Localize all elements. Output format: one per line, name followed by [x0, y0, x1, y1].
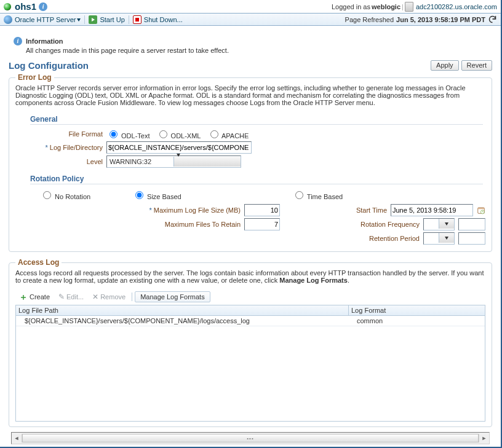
cell-log-format: common: [354, 316, 485, 326]
status-up-icon: [4, 3, 11, 10]
rotation-freq-select[interactable]: [423, 218, 455, 230]
server-menu-icon: [4, 15, 12, 24]
max-retain-label: Maximum Files To Retain: [165, 221, 241, 228]
calendar-icon[interactable]: [477, 206, 485, 214]
edit-button[interactable]: ✎Edit...: [55, 292, 87, 302]
scroll-right-icon[interactable]: ►: [479, 435, 489, 441]
horizontal-scrollbar[interactable]: ◄ ••• ►: [11, 432, 490, 444]
access-log-section: Access Log Access logs record all reques…: [9, 258, 492, 427]
error-log-section: Error Log Oracle HTTP Server records ser…: [9, 73, 492, 252]
rotation-policy-heading: Rotation Policy: [30, 170, 483, 184]
shutdown-icon: [133, 15, 141, 24]
logdir-input[interactable]: [106, 141, 252, 154]
server-title: ohs1: [15, 1, 36, 12]
startup-icon: [89, 15, 97, 24]
retention-period-select[interactable]: [423, 232, 455, 245]
host-icon: [405, 2, 413, 12]
plus-icon: ＋: [19, 293, 28, 301]
pencil-icon: ✎: [58, 293, 65, 301]
page-refreshed-time: Jun 5, 2013 9:58:19 PM PDT: [396, 16, 485, 23]
fmt-apache[interactable]: APACHE: [207, 128, 249, 140]
info-panel: i Information All changes made in this p…: [9, 34, 492, 60]
cell-log-path: ${ORACLE_INSTANCE}/servers/${COMPONENT_N…: [16, 316, 354, 326]
access-log-description: Access logs record all requests processe…: [15, 269, 485, 284]
startup-link[interactable]: Start Up: [100, 16, 124, 23]
fmt-odl-xml[interactable]: ODL-XML: [156, 128, 201, 140]
page-title: Log Configuration: [9, 60, 89, 71]
max-retain-input[interactable]: [244, 218, 280, 230]
max-size-label: * Maximum Log File Size (MB): [149, 206, 241, 214]
access-log-legend: Access Log: [15, 258, 62, 267]
retention-period-label: Retention Period: [369, 235, 420, 242]
logdir-label: * Log File/Directory: [30, 144, 103, 151]
start-time-input[interactable]: [391, 204, 473, 216]
error-log-legend: Error Log: [15, 73, 54, 82]
svg-rect-1: [478, 208, 485, 209]
server-menu[interactable]: Oracle HTTP Server: [15, 16, 81, 23]
login-info: Logged in as weblogic | adc2100282.us.or…: [332, 2, 497, 12]
refresh-icon[interactable]: [488, 15, 497, 24]
page-refreshed-label: Page Refreshed: [345, 16, 394, 23]
information-icon: i: [14, 37, 22, 45]
rotation-freq-input[interactable]: [458, 218, 485, 230]
general-heading: General: [30, 110, 483, 125]
file-format-label: File Format: [30, 130, 103, 138]
remove-button[interactable]: ✕Remove: [89, 292, 129, 302]
info-icon[interactable]: i: [39, 2, 47, 11]
info-text: All changes made in this page require a …: [26, 47, 491, 54]
info-heading: Information: [26, 37, 63, 45]
time-based-radio[interactable]: Time Based: [292, 193, 343, 200]
dropdown-icon[interactable]: [173, 157, 241, 167]
max-size-input[interactable]: [244, 204, 280, 216]
rotation-freq-label: Rotation Frequency: [361, 221, 420, 228]
create-button[interactable]: ＋Create: [15, 293, 54, 301]
x-icon: ✕: [92, 293, 98, 301]
col-log-format[interactable]: Log Format: [349, 305, 485, 315]
revert-button[interactable]: Revert: [461, 60, 492, 71]
host-name[interactable]: adc2100282.us.oracle.com: [416, 3, 497, 10]
retention-period-input[interactable]: [458, 232, 485, 245]
error-log-description: Oracle HTTP Server records server error …: [15, 84, 485, 106]
size-based-radio[interactable]: Size Based: [132, 193, 181, 200]
scroll-left-icon[interactable]: ◄: [12, 435, 22, 441]
shutdown-link[interactable]: Shut Down...: [144, 16, 183, 23]
col-log-file-path[interactable]: Log File Path: [16, 305, 349, 315]
login-user: weblogic: [372, 3, 400, 10]
manage-log-formats-button[interactable]: Manage Log Formats: [135, 291, 210, 302]
apply-button[interactable]: Apply: [431, 60, 459, 71]
breadcrumb: ohs1 i: [4, 1, 47, 12]
level-select[interactable]: WARNING:32: [106, 155, 241, 168]
no-rotation-radio[interactable]: No Rotation: [40, 193, 90, 200]
start-time-label: Start Time: [356, 206, 387, 214]
access-log-table: Log File Path Log Format ${ORACLE_INSTAN…: [15, 305, 485, 422]
level-label: Level: [30, 158, 103, 165]
fmt-odl-text[interactable]: ODL-Text: [106, 128, 150, 140]
table-row[interactable]: ${ORACLE_INSTANCE}/servers/${COMPONENT_N…: [16, 316, 485, 326]
